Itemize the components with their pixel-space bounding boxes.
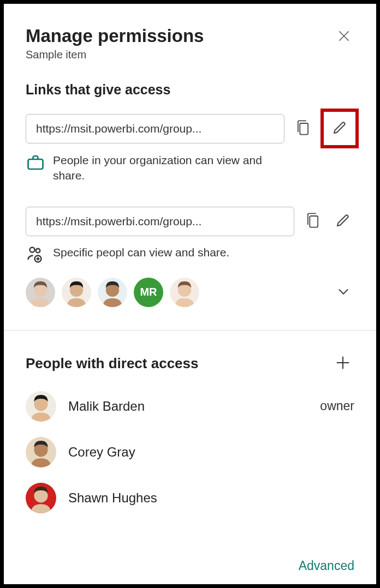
people-list: Malik Barden owner Corey Gray Shawn Hugh… [26, 376, 354, 513]
svg-point-6 [36, 248, 40, 253]
advanced-link[interactable]: Advanced [299, 559, 354, 573]
copy-icon [305, 212, 320, 231]
briefcase-icon [26, 153, 45, 175]
link-description-text: People in your organization can view and… [53, 153, 293, 184]
link-row: https://msit.powerbi.com/group... [26, 207, 354, 236]
avatar[interactable] [98, 278, 127, 307]
copy-icon [295, 119, 311, 138]
plus-icon [335, 355, 351, 373]
avatar[interactable] [170, 278, 199, 307]
permissions-panel: Manage permissions Sample item Links tha… [4, 4, 376, 584]
link-description-text: Specific peopl can view and share. [53, 245, 229, 260]
people-add-icon [26, 245, 45, 267]
chevron-down-icon [336, 284, 351, 301]
add-person-button[interactable] [331, 351, 354, 376]
avatar [26, 437, 56, 467]
person-name: Corey Gray [68, 445, 354, 460]
avatar [26, 483, 56, 513]
person-role: owner [320, 399, 354, 413]
link-description: People in your organization can view and… [26, 153, 354, 184]
avatar[interactable]: MR [134, 278, 163, 307]
close-button[interactable] [334, 26, 354, 48]
close-icon [337, 37, 351, 45]
avatar-row: MR [26, 278, 354, 307]
svg-point-5 [30, 247, 35, 252]
divider [4, 330, 376, 331]
panel-subtitle: Sample item [26, 49, 204, 61]
edit-button[interactable] [331, 209, 354, 233]
link-url-box[interactable]: https://msit.powerbi.com/group... [26, 114, 284, 143]
link-description: Specific peopl can view and share. [26, 245, 354, 267]
pencil-icon [331, 119, 348, 137]
direct-access-header: People with direct access [26, 351, 354, 376]
svg-rect-3 [28, 159, 43, 169]
avatar[interactable] [62, 278, 91, 307]
person-name: Shawn Hughes [68, 490, 354, 506]
links-heading: Links that give access [26, 82, 354, 98]
avatars: MR [26, 278, 199, 307]
copy-button[interactable] [292, 116, 314, 141]
edit-highlight [320, 109, 359, 148]
link-url-box[interactable]: https://msit.powerbi.com/group... [26, 207, 294, 236]
footer: Advanced [26, 548, 354, 573]
panel-title: Manage permissions [26, 26, 204, 46]
panel-header: Manage permissions Sample item [26, 26, 354, 61]
copy-button[interactable] [302, 208, 324, 234]
person-row[interactable]: Malik Barden owner [26, 391, 354, 422]
expand-button[interactable] [333, 280, 354, 304]
direct-access-heading: People with direct access [26, 355, 198, 372]
person-name: Malik Barden [68, 399, 308, 414]
person-row[interactable]: Shawn Hughes [26, 483, 354, 513]
avatar [26, 391, 56, 422]
pencil-icon [335, 212, 351, 230]
edit-button[interactable] [328, 116, 351, 141]
link-row: https://msit.powerbi.com/group... [26, 113, 354, 144]
svg-rect-4 [310, 216, 318, 227]
person-row[interactable]: Corey Gray [26, 437, 354, 467]
avatar[interactable] [26, 278, 55, 307]
svg-rect-2 [300, 123, 308, 135]
header-text: Manage permissions Sample item [26, 26, 204, 61]
